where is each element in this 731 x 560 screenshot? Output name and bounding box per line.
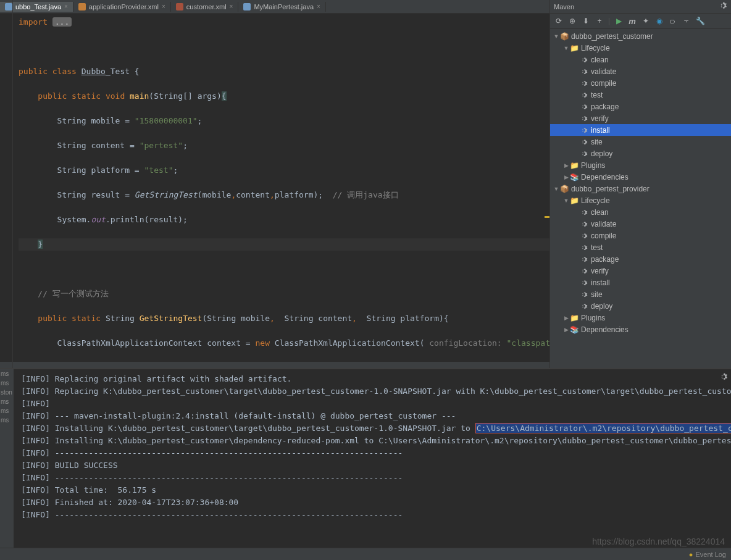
maven-settings-icon[interactable] [719, 1, 727, 12]
tree-item-deploy[interactable]: deploy [550, 300, 731, 312]
tree-item-compile[interactable]: compile [550, 230, 731, 241]
tree-item-dependencies[interactable]: ▶📚Dependencies [550, 171, 731, 183]
maven-toolbar: ⟳ ⊕ ⬇ + | ▶ m ✦ ◉ ⫐ ⫟ 🔧 [550, 14, 731, 29]
tree-item-validate[interactable]: validate [550, 218, 731, 230]
tab-label: customer.xml [186, 3, 227, 10]
code-editor[interactable]: import ... public class Dubbo_Test { pub… [0, 14, 549, 362]
show-icon[interactable]: ⫟ [682, 16, 691, 26]
xml-icon [78, 3, 86, 10]
tree-item-dependencies[interactable]: ▶📚Dependencies [550, 324, 731, 335]
tree-item-site[interactable]: site [550, 136, 731, 148]
refresh-icon[interactable]: ⟳ [554, 16, 564, 26]
close-icon[interactable]: × [230, 3, 233, 10]
tab-mymain-pertest[interactable]: MyMainPertest.java× [238, 2, 325, 12]
tab-label: ubbo_Test.java [15, 3, 61, 10]
tree-item-install[interactable]: install [550, 277, 731, 288]
tab-dubbo-test[interactable]: ubbo_Test.java× [0, 2, 73, 12]
tree-item-deploy[interactable]: deploy [550, 148, 731, 159]
close-icon[interactable]: × [317, 3, 320, 10]
maven-icon[interactable]: m [627, 16, 637, 26]
tree-item-dubbo_pertest_customer[interactable]: ▼📦dubbo_pertest_customer [550, 30, 731, 42]
tree-item-package[interactable]: package [550, 101, 731, 112]
java-icon [5, 3, 12, 10]
java-icon [243, 3, 251, 10]
console-settings-icon[interactable] [719, 372, 729, 382]
tree-item-dubbo_pertest_provider[interactable]: ▼📦dubbo_pertest_provider [550, 183, 731, 194]
collapse-icon[interactable]: ⫐ [668, 16, 678, 26]
toggle-icon[interactable]: ✦ [641, 16, 651, 26]
tree-item-verify[interactable]: verify [550, 112, 731, 124]
tab-label: MyMainPertest.java [254, 3, 314, 10]
tab-application-provider[interactable]: applicationProvider.xml× [73, 2, 171, 12]
console-panel: msmsstonmsmsms [INFO] Replacing original… [0, 369, 731, 548]
tree-item-clean[interactable]: clean [550, 54, 731, 65]
maven-title: Maven [554, 3, 574, 10]
tree-item-plugins[interactable]: ▶📁Plugins [550, 312, 731, 324]
editor-tabs: ubbo_Test.java× applicationProvider.xml×… [0, 0, 549, 14]
wrench-icon[interactable]: 🔧 [695, 16, 705, 26]
tree-item-test[interactable]: test [550, 241, 731, 253]
download-icon[interactable]: ⬇ [581, 16, 591, 26]
status-bar: ● Event Log [0, 548, 731, 560]
tree-item-install[interactable]: install [550, 124, 731, 136]
event-log-link[interactable]: Event Log [695, 551, 726, 558]
maven-tree[interactable]: ▼📦dubbo_pertest_customer▼📁Lifecycleclean… [550, 29, 731, 368]
maven-panel: Maven ⟳ ⊕ ⬇ + | ▶ m ✦ ◉ ⫐ ⫟ 🔧 ▼📦dubbo_pe… [549, 0, 731, 368]
xml-icon [176, 3, 183, 10]
console-gutter: msmsstonmsmsms [0, 369, 14, 548]
close-icon[interactable]: × [162, 3, 165, 10]
close-icon[interactable]: × [64, 3, 68, 10]
tree-item-package[interactable]: package [550, 253, 731, 265]
editor-scrollbar[interactable] [0, 362, 549, 368]
tree-item-site[interactable]: site [550, 288, 731, 300]
tree-item-test[interactable]: test [550, 89, 731, 101]
tree-item-plugins[interactable]: ▶📁Plugins [550, 159, 731, 171]
add-icon[interactable]: + [595, 16, 604, 26]
watermark: https://blog.csdn.net/qq_38224014 [592, 537, 725, 546]
tree-item-validate[interactable]: validate [550, 65, 731, 77]
tree-item-lifecycle[interactable]: ▼📁Lifecycle [550, 194, 731, 206]
tree-item-verify[interactable]: verify [550, 265, 731, 277]
tab-label: applicationProvider.xml [89, 3, 159, 10]
warning-icon: ● [689, 551, 693, 558]
tree-item-clean[interactable]: clean [550, 206, 731, 218]
console-output[interactable]: [INFO] Replacing original artifact with … [0, 369, 731, 548]
generate-icon[interactable]: ⊕ [567, 16, 577, 26]
skip-tests-icon[interactable]: ◉ [654, 16, 664, 26]
tree-item-lifecycle[interactable]: ▼📁Lifecycle [550, 42, 731, 54]
run-icon[interactable]: ▶ [614, 16, 624, 26]
tab-customer-xml[interactable]: customer.xml× [171, 2, 239, 12]
editor-pane: ubbo_Test.java× applicationProvider.xml×… [0, 0, 549, 368]
editor-marker [545, 216, 549, 218]
tree-item-compile[interactable]: compile [550, 77, 731, 89]
